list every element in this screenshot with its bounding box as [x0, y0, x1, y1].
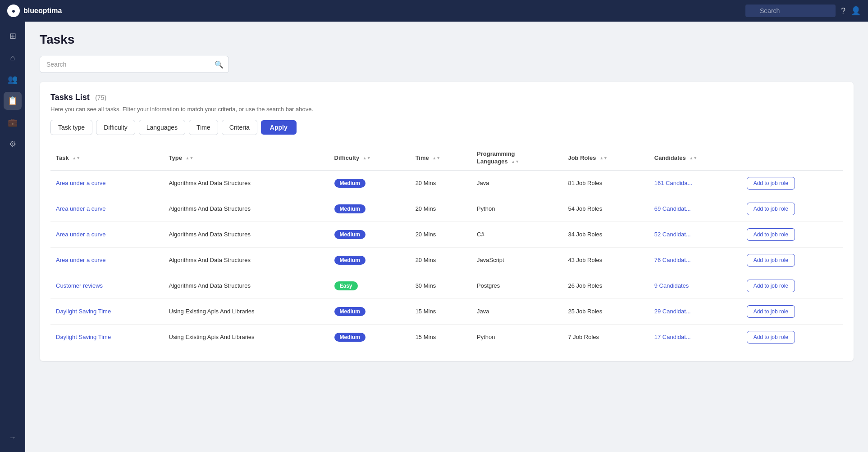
sidebar-collapse-button[interactable]: →	[4, 429, 22, 447]
col-difficulty: Difficulty ▲▼	[329, 146, 410, 170]
collapse-icon: →	[9, 434, 16, 442]
cell-type: Using Existing Apis And Libraries	[164, 298, 329, 324]
candidates-link[interactable]: 76 Candidat...	[654, 257, 691, 263]
add-to-job-role-button[interactable]: Add to job role	[747, 228, 795, 241]
search-filter-bar: 🔍	[40, 56, 854, 73]
sort-time-icon[interactable]: ▲▼	[432, 156, 440, 160]
candidates-link[interactable]: 29 Candidat...	[654, 308, 691, 315]
cell-action: Add to job role	[741, 324, 843, 350]
add-to-job-role-button[interactable]: Add to job role	[747, 331, 795, 344]
topnav: blueoptima ? 👤	[0, 0, 868, 22]
task-link[interactable]: Area under a curve	[56, 231, 106, 238]
cell-difficulty: Medium	[329, 298, 410, 324]
tasks-card: Tasks List (75) Here you can see all tas…	[40, 82, 854, 361]
search-input-wrap: 🔍	[40, 56, 229, 73]
cell-task: Area under a curve	[50, 221, 164, 247]
sort-candidates-icon[interactable]: ▲▼	[689, 156, 697, 160]
add-to-job-role-button[interactable]: Add to job role	[747, 203, 795, 215]
sidebar-item-home[interactable]: ⌂	[4, 49, 22, 67]
filter-difficulty[interactable]: Difficulty	[96, 120, 135, 135]
cell-difficulty: Medium	[329, 324, 410, 350]
cell-time: 15 Mins	[410, 298, 471, 324]
apps-icon: ⊞	[9, 31, 16, 41]
cell-action: Add to job role	[741, 221, 843, 247]
difficulty-badge: Medium	[334, 179, 365, 188]
layout: ⊞ ⌂ 👥 📋 💼 ⚙ → Tasks 🔍	[0, 22, 868, 452]
sidebar-item-apps[interactable]: ⊞	[4, 27, 22, 45]
cell-job-roles: 43 Job Roles	[562, 247, 649, 273]
search-input[interactable]	[40, 56, 229, 73]
cell-prog-lang: Python	[471, 196, 562, 221]
search-icon: 🔍	[215, 60, 224, 69]
cell-type: Using Existing Apis And Libraries	[164, 324, 329, 350]
filter-languages[interactable]: Languages	[139, 120, 185, 135]
cell-type: Algorithms And Data Structures	[164, 247, 329, 273]
table-row: Customer reviews Algorithms And Data Str…	[50, 273, 843, 298]
tasks-count: (75)	[95, 94, 106, 101]
sort-task-icon[interactable]: ▲▼	[72, 156, 80, 160]
difficulty-badge: Medium	[334, 230, 365, 239]
table-row: Area under a curve Algorithms And Data S…	[50, 170, 843, 196]
task-link[interactable]: Area under a curve	[56, 205, 106, 212]
col-time: Time ▲▼	[410, 146, 471, 170]
col-prog-lang: ProgrammingLanguages ▲▼	[471, 146, 562, 170]
sort-lang-icon[interactable]: ▲▼	[511, 160, 519, 164]
candidates-link[interactable]: 17 Candidat...	[654, 334, 691, 340]
user-icon[interactable]: 👤	[851, 6, 861, 16]
add-to-job-role-button[interactable]: Add to job role	[747, 305, 795, 318]
candidates-link[interactable]: 9 Candidates	[654, 282, 689, 289]
cell-prog-lang: Java	[471, 298, 562, 324]
difficulty-badge: Medium	[334, 256, 365, 265]
cell-candidates: 52 Candidat...	[649, 221, 741, 247]
cell-candidates: 17 Candidat...	[649, 324, 741, 350]
task-link[interactable]: Daylight Saving Time	[56, 308, 111, 315]
logo-text: blueoptima	[23, 7, 62, 15]
topnav-right: ? 👤	[745, 5, 861, 17]
apply-button[interactable]: Apply	[261, 120, 297, 135]
logo-icon	[7, 5, 20, 17]
topnav-search-input[interactable]	[745, 5, 836, 17]
cell-time: 20 Mins	[410, 247, 471, 273]
sidebar-item-tasks[interactable]: 📋	[4, 92, 22, 110]
task-link[interactable]: Customer reviews	[56, 282, 103, 289]
sidebar-item-settings[interactable]: ⚙	[4, 135, 22, 153]
briefcase-icon: 💼	[8, 118, 18, 127]
table-row: Area under a curve Algorithms And Data S…	[50, 196, 843, 221]
filter-criteria[interactable]: Criteria	[222, 120, 257, 135]
difficulty-badge: Medium	[334, 333, 365, 342]
tasks-icon: 📋	[8, 96, 18, 106]
cell-job-roles: 7 Job Roles	[562, 324, 649, 350]
sort-type-icon[interactable]: ▲▼	[186, 156, 194, 160]
col-job-roles: Job Roles ▲▼	[562, 146, 649, 170]
sort-roles-icon[interactable]: ▲▼	[599, 156, 608, 160]
difficulty-badge: Medium	[334, 307, 365, 316]
task-link[interactable]: Area under a curve	[56, 257, 106, 263]
cell-candidates: 76 Candidat...	[649, 247, 741, 273]
candidates-link[interactable]: 161 Candida...	[654, 180, 693, 186]
cell-action: Add to job role	[741, 247, 843, 273]
cell-candidates: 29 Candidat...	[649, 298, 741, 324]
cell-type: Algorithms And Data Structures	[164, 170, 329, 196]
sort-difficulty-icon[interactable]: ▲▼	[363, 156, 371, 160]
help-icon[interactable]: ?	[841, 6, 845, 16]
cell-candidates: 161 Candida...	[649, 170, 741, 196]
cell-candidates: 9 Candidates	[649, 273, 741, 298]
task-link[interactable]: Daylight Saving Time	[56, 334, 111, 340]
filter-task-type[interactable]: Task type	[50, 120, 92, 135]
add-to-job-role-button[interactable]: Add to job role	[747, 280, 795, 292]
add-to-job-role-button[interactable]: Add to job role	[747, 177, 795, 190]
cell-job-roles: 34 Job Roles	[562, 221, 649, 247]
task-link[interactable]: Area under a curve	[56, 180, 106, 186]
topnav-left: blueoptima	[7, 5, 62, 17]
sidebar-item-people[interactable]: 👥	[4, 70, 22, 88]
add-to-job-role-button[interactable]: Add to job role	[747, 254, 795, 267]
col-type: Type ▲▼	[164, 146, 329, 170]
sidebar-item-briefcase[interactable]: 💼	[4, 113, 22, 131]
candidates-link[interactable]: 69 Candidat...	[654, 205, 691, 212]
filter-time[interactable]: Time	[189, 120, 218, 135]
cell-prog-lang: Postgres	[471, 273, 562, 298]
cell-type: Algorithms And Data Structures	[164, 221, 329, 247]
page-title: Tasks	[40, 32, 854, 47]
candidates-link[interactable]: 52 Candidat...	[654, 231, 691, 238]
cell-job-roles: 25 Job Roles	[562, 298, 649, 324]
